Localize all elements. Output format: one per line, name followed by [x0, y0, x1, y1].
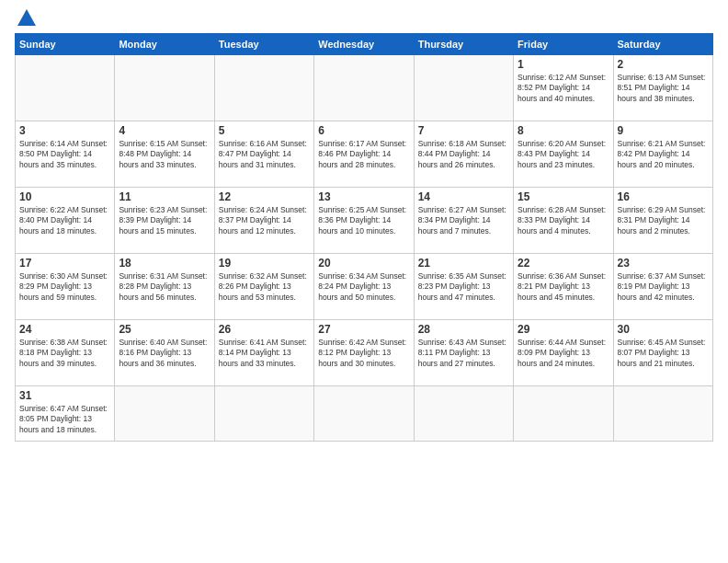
table-row: 9Sunrise: 6:21 AM Sunset: 8:42 PM Daylig… — [613, 121, 712, 188]
day-info: Sunrise: 6:37 AM Sunset: 8:19 PM Dayligh… — [618, 271, 709, 303]
day-number: 20 — [318, 257, 409, 270]
table-row: 16Sunrise: 6:29 AM Sunset: 8:31 PM Dayli… — [613, 188, 712, 254]
day-number: 1 — [518, 58, 609, 71]
day-number: 3 — [19, 124, 110, 137]
table-row — [314, 55, 414, 121]
day-info: Sunrise: 6:38 AM Sunset: 8:18 PM Dayligh… — [19, 338, 110, 369]
day-info: Sunrise: 6:47 AM Sunset: 8:05 PM Dayligh… — [19, 404, 110, 435]
table-row: 2Sunrise: 6:13 AM Sunset: 8:51 PM Daylig… — [613, 55, 712, 121]
calendar-week-row: 24Sunrise: 6:38 AM Sunset: 8:18 PM Dayli… — [16, 320, 713, 386]
day-number: 25 — [119, 323, 210, 336]
day-number: 26 — [219, 323, 310, 336]
day-number: 29 — [518, 323, 609, 336]
page: Sunday Monday Tuesday Wednesday Thursday… — [0, 0, 728, 563]
header-tuesday: Tuesday — [214, 34, 313, 55]
day-number: 21 — [418, 257, 509, 270]
calendar-week-row: 31Sunrise: 6:47 AM Sunset: 8:05 PM Dayli… — [16, 386, 713, 442]
day-info: Sunrise: 6:12 AM Sunset: 8:52 PM Dayligh… — [518, 73, 609, 104]
table-row: 26Sunrise: 6:41 AM Sunset: 8:14 PM Dayli… — [214, 320, 313, 386]
table-row: 24Sunrise: 6:38 AM Sunset: 8:18 PM Dayli… — [16, 320, 115, 386]
logo — [15, 11, 36, 26]
header-sunday: Sunday — [16, 34, 115, 55]
table-row: 19Sunrise: 6:32 AM Sunset: 8:26 PM Dayli… — [214, 254, 313, 320]
table-row: 27Sunrise: 6:42 AM Sunset: 8:12 PM Dayli… — [314, 320, 414, 386]
day-number: 7 — [418, 124, 509, 137]
day-info: Sunrise: 6:43 AM Sunset: 8:11 PM Dayligh… — [418, 338, 509, 369]
table-row: 29Sunrise: 6:44 AM Sunset: 8:09 PM Dayli… — [514, 320, 613, 386]
day-info: Sunrise: 6:13 AM Sunset: 8:51 PM Dayligh… — [618, 73, 709, 104]
table-row: 21Sunrise: 6:35 AM Sunset: 8:23 PM Dayli… — [414, 254, 513, 320]
day-info: Sunrise: 6:24 AM Sunset: 8:37 PM Dayligh… — [219, 205, 310, 236]
day-number: 4 — [119, 124, 210, 137]
day-number: 10 — [19, 190, 110, 203]
day-info: Sunrise: 6:45 AM Sunset: 8:07 PM Dayligh… — [618, 338, 709, 369]
day-info: Sunrise: 6:15 AM Sunset: 8:48 PM Dayligh… — [119, 139, 210, 170]
header-thursday: Thursday — [414, 34, 513, 55]
day-info: Sunrise: 6:29 AM Sunset: 8:31 PM Dayligh… — [618, 205, 709, 236]
day-info: Sunrise: 6:20 AM Sunset: 8:43 PM Dayligh… — [518, 139, 609, 170]
logo-triangle-icon — [17, 9, 36, 26]
calendar-table: Sunday Monday Tuesday Wednesday Thursday… — [15, 33, 713, 442]
calendar-week-row: 3Sunrise: 6:14 AM Sunset: 8:50 PM Daylig… — [16, 121, 713, 188]
table-row — [115, 55, 214, 121]
day-number: 9 — [618, 124, 709, 137]
day-number: 16 — [618, 190, 709, 203]
day-info: Sunrise: 6:35 AM Sunset: 8:23 PM Dayligh… — [418, 271, 509, 303]
day-info: Sunrise: 6:22 AM Sunset: 8:40 PM Dayligh… — [19, 205, 110, 236]
day-number: 15 — [518, 190, 609, 203]
day-info: Sunrise: 6:28 AM Sunset: 8:33 PM Dayligh… — [518, 205, 609, 236]
table-row: 25Sunrise: 6:40 AM Sunset: 8:16 PM Dayli… — [115, 320, 214, 386]
day-number: 14 — [418, 190, 509, 203]
calendar-week-row: 17Sunrise: 6:30 AM Sunset: 8:29 PM Dayli… — [16, 254, 713, 320]
table-row: 22Sunrise: 6:36 AM Sunset: 8:21 PM Dayli… — [514, 254, 613, 320]
day-number: 17 — [19, 257, 110, 270]
day-number: 13 — [318, 190, 409, 203]
table-row — [414, 55, 513, 121]
table-row: 3Sunrise: 6:14 AM Sunset: 8:50 PM Daylig… — [16, 121, 115, 188]
day-number: 27 — [318, 323, 409, 336]
table-row: 14Sunrise: 6:27 AM Sunset: 8:34 PM Dayli… — [414, 188, 513, 254]
table-row — [514, 386, 613, 442]
header — [15, 11, 713, 26]
day-info: Sunrise: 6:14 AM Sunset: 8:50 PM Dayligh… — [19, 139, 110, 170]
table-row — [16, 55, 115, 121]
table-row — [214, 386, 313, 442]
day-info: Sunrise: 6:23 AM Sunset: 8:39 PM Dayligh… — [119, 205, 210, 236]
day-number: 24 — [19, 323, 110, 336]
day-number: 2 — [618, 58, 709, 71]
table-row: 5Sunrise: 6:16 AM Sunset: 8:47 PM Daylig… — [214, 121, 313, 188]
day-info: Sunrise: 6:40 AM Sunset: 8:16 PM Dayligh… — [119, 338, 210, 369]
day-number: 30 — [618, 323, 709, 336]
table-row — [214, 55, 313, 121]
table-row: 10Sunrise: 6:22 AM Sunset: 8:40 PM Dayli… — [16, 188, 115, 254]
table-row: 8Sunrise: 6:20 AM Sunset: 8:43 PM Daylig… — [514, 121, 613, 188]
header-saturday: Saturday — [613, 34, 712, 55]
weekday-header-row: Sunday Monday Tuesday Wednesday Thursday… — [16, 34, 713, 55]
day-info: Sunrise: 6:18 AM Sunset: 8:44 PM Dayligh… — [418, 139, 509, 170]
table-row — [314, 386, 414, 442]
table-row: 23Sunrise: 6:37 AM Sunset: 8:19 PM Dayli… — [613, 254, 712, 320]
table-row: 7Sunrise: 6:18 AM Sunset: 8:44 PM Daylig… — [414, 121, 513, 188]
calendar-week-row: 10Sunrise: 6:22 AM Sunset: 8:40 PM Dayli… — [16, 188, 713, 254]
day-number: 22 — [518, 257, 609, 270]
table-row: 30Sunrise: 6:45 AM Sunset: 8:07 PM Dayli… — [613, 320, 712, 386]
day-info: Sunrise: 6:44 AM Sunset: 8:09 PM Dayligh… — [518, 338, 609, 369]
table-row: 11Sunrise: 6:23 AM Sunset: 8:39 PM Dayli… — [115, 188, 214, 254]
day-number: 6 — [318, 124, 409, 137]
day-number: 28 — [418, 323, 509, 336]
table-row: 17Sunrise: 6:30 AM Sunset: 8:29 PM Dayli… — [16, 254, 115, 320]
day-number: 5 — [219, 124, 310, 137]
header-wednesday: Wednesday — [314, 34, 414, 55]
day-number: 11 — [119, 190, 210, 203]
day-number: 8 — [518, 124, 609, 137]
calendar-week-row: 1Sunrise: 6:12 AM Sunset: 8:52 PM Daylig… — [16, 55, 713, 121]
day-info: Sunrise: 6:36 AM Sunset: 8:21 PM Dayligh… — [518, 271, 609, 303]
table-row: 28Sunrise: 6:43 AM Sunset: 8:11 PM Dayli… — [414, 320, 513, 386]
table-row: 4Sunrise: 6:15 AM Sunset: 8:48 PM Daylig… — [115, 121, 214, 188]
table-row: 20Sunrise: 6:34 AM Sunset: 8:24 PM Dayli… — [314, 254, 414, 320]
day-info: Sunrise: 6:34 AM Sunset: 8:24 PM Dayligh… — [318, 271, 409, 303]
table-row: 6Sunrise: 6:17 AM Sunset: 8:46 PM Daylig… — [314, 121, 414, 188]
header-friday: Friday — [514, 34, 613, 55]
day-info: Sunrise: 6:25 AM Sunset: 8:36 PM Dayligh… — [318, 205, 409, 236]
day-number: 12 — [219, 190, 310, 203]
